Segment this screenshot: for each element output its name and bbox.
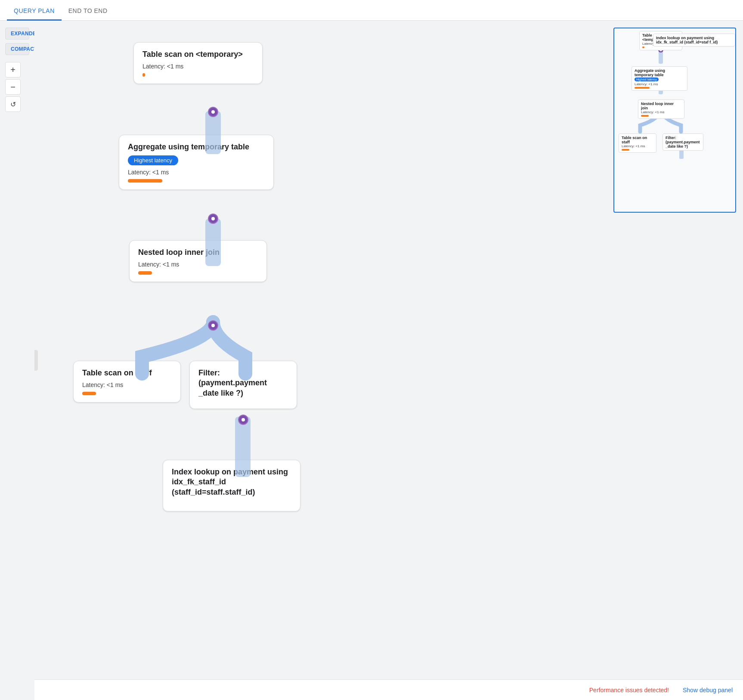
node-index-lookup[interactable]: Index lookup on payment using idx_fk_sta… — [163, 460, 300, 511]
node-nested-loop[interactable]: Nested loop inner join Latency: <1 ms — [129, 240, 267, 282]
reset-button[interactable]: ↺ — [5, 96, 21, 112]
node-aggregate-bar — [128, 179, 162, 183]
minimap-node-4-bar — [622, 149, 629, 151]
minimap: Table scan on <temporary> Latency: <1 ms… — [613, 28, 736, 213]
minimap-node-1-bar — [642, 46, 644, 48]
diagram-area: Table scan on <temporary> Latency: <1 ms… — [34, 21, 743, 700]
connector-1 — [208, 107, 218, 117]
minimap-node-3-title: Nested loop inner join — [641, 102, 681, 110]
minimap-node-2-title: Aggregate using temporary table — [635, 68, 684, 77]
node-aggregate[interactable]: Aggregate using temporary table Highest … — [119, 135, 274, 190]
connector-3 — [208, 320, 218, 331]
node-nested-loop-title: Nested loop inner join — [138, 248, 258, 257]
minimap-node-2: Aggregate using temporary table Highest … — [632, 66, 687, 91]
node-table-scan-staff[interactable]: Table scan on staff Latency: <1 ms — [73, 361, 181, 403]
top-tabs: QUERY PLAN END TO END — [0, 0, 743, 21]
minimap-node-4-title: Table scan on staff — [622, 136, 653, 144]
minimap-node-3: Nested loop inner join Latency: <1 ms — [638, 99, 684, 119]
node-table-scan-temp-bar — [142, 73, 145, 77]
minimap-node-3-latency: Latency: <1 ms — [641, 110, 681, 114]
minimap-node-4: Table scan on staff Latency: <1 ms — [619, 133, 656, 153]
zoom-controls: + − ↺ — [5, 62, 29, 112]
node-table-scan-staff-bar — [82, 392, 96, 395]
node-filter-title: Filter: (payment.payment _date like ?) — [198, 368, 288, 398]
node-index-lookup-title: Index lookup on payment using idx_fk_sta… — [172, 467, 291, 497]
node-nested-loop-bar — [138, 271, 152, 275]
node-aggregate-title: Aggregate using temporary table — [128, 142, 265, 152]
minimap-node-2-bar — [635, 87, 650, 89]
node-table-scan-temp[interactable]: Table scan on <temporary> Latency: <1 ms — [133, 42, 263, 84]
node-table-scan-temp-title: Table scan on <temporary> — [142, 50, 254, 59]
node-table-scan-staff-latency: Latency: <1 ms — [82, 381, 172, 388]
sidebar-controls: EXPANDED COMPACT + − ↺ — [0, 21, 34, 700]
minimap-node-6: Index lookup on payment using idx_fk_sta… — [653, 34, 735, 46]
zoom-in-button[interactable]: + — [5, 62, 21, 77]
minimap-node-4-latency: Latency: <1 ms — [622, 144, 653, 148]
connector-2 — [208, 214, 218, 224]
minimap-connections — [614, 28, 735, 212]
minimap-node-2-latency: Latency: <1 ms — [635, 82, 684, 86]
perf-warning: Performance issues detected! — [589, 687, 669, 694]
node-aggregate-latency: Latency: <1 ms — [128, 169, 265, 176]
compact-button[interactable]: COMPACT — [5, 43, 29, 55]
tab-query-plan[interactable]: QUERY PLAN — [7, 2, 62, 21]
main-content: EXPANDED COMPACT + − ↺ — [0, 21, 743, 700]
minimap-badge: Highest latency — [635, 77, 659, 81]
minimap-node-5-title: Filter: (payment.payment _date like ?) — [666, 136, 700, 149]
zoom-out-button[interactable]: − — [5, 79, 21, 95]
node-table-scan-staff-title: Table scan on staff — [82, 368, 172, 378]
bottom-bar: Performance issues detected! Show debug … — [34, 679, 743, 700]
node-filter[interactable]: Filter: (payment.payment _date like ?) — [189, 361, 297, 409]
svg-rect-3 — [659, 51, 663, 64]
node-table-scan-temp-latency: Latency: <1 ms — [142, 63, 254, 70]
node-nested-loop-latency: Latency: <1 ms — [138, 261, 258, 268]
tab-end-to-end[interactable]: END TO END — [62, 2, 115, 21]
debug-link[interactable]: Show debug panel — [683, 687, 733, 694]
minimap-node-3-bar — [641, 115, 649, 117]
expanded-button[interactable]: EXPANDED — [5, 28, 29, 40]
left-handle[interactable] — [34, 350, 38, 371]
highest-latency-badge: Highest latency — [128, 155, 178, 165]
minimap-node-6-title: Index lookup on payment using idx_fk_sta… — [656, 36, 732, 44]
minimap-node-5: Filter: (payment.payment _date like ?) — [663, 133, 703, 151]
connector-4 — [238, 415, 248, 425]
